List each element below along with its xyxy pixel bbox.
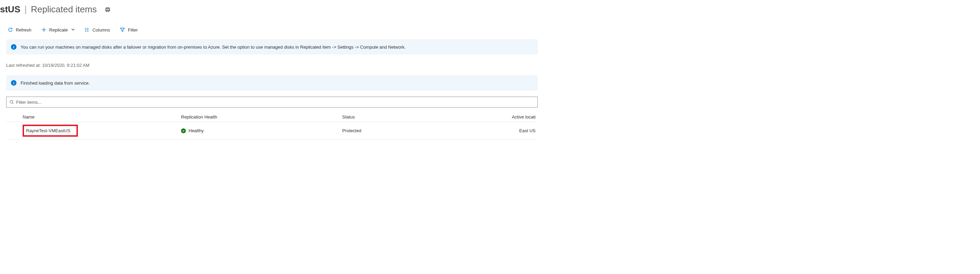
info-text-2: Finished loading data from service. bbox=[21, 81, 90, 86]
col-header-status[interactable]: Status bbox=[342, 114, 490, 120]
page-title: Replicated items bbox=[31, 4, 97, 15]
filter-button[interactable]: Filter bbox=[120, 27, 138, 33]
info-banner-managed-disks: i You can run your machines on managed d… bbox=[6, 40, 538, 54]
refresh-button[interactable]: Refresh bbox=[8, 27, 32, 33]
refresh-icon bbox=[8, 27, 13, 33]
col-header-health[interactable]: Replication Health bbox=[181, 114, 342, 120]
filter-input[interactable] bbox=[16, 100, 535, 105]
table-row[interactable]: RayneTest-VMEastUS Healthy Protected Eas… bbox=[6, 122, 538, 140]
filter-items-box[interactable] bbox=[6, 97, 538, 108]
table-header: Name Replication Health Status Active lo… bbox=[6, 108, 538, 122]
last-refreshed-text: Last refreshed at: 10/19/2020, 9:21:02 A… bbox=[0, 61, 980, 73]
chevron-down-icon bbox=[71, 28, 75, 32]
toolbar: Refresh Replicate Columns bbox=[0, 21, 980, 36]
columns-label: Columns bbox=[92, 27, 110, 33]
healthy-icon bbox=[181, 128, 186, 133]
info-icon: i bbox=[11, 80, 16, 86]
columns-button[interactable]: Columns bbox=[84, 27, 110, 33]
page-header: stUS | Replicated items bbox=[0, 0, 980, 21]
replicate-label: Replicate bbox=[49, 27, 68, 33]
col-header-location[interactable]: Active locati bbox=[490, 114, 538, 120]
replicate-button[interactable]: Replicate bbox=[41, 27, 75, 33]
plus-icon bbox=[41, 27, 47, 33]
info-text-1: You can run your machines on managed dis… bbox=[21, 44, 406, 50]
header-prefix: stUS bbox=[0, 4, 20, 15]
info-banner-loading: i Finished loading data from service. bbox=[6, 75, 538, 90]
info-icon: i bbox=[11, 44, 16, 50]
print-icon[interactable] bbox=[105, 7, 110, 12]
row-location: East US bbox=[490, 128, 538, 133]
svg-point-11 bbox=[10, 100, 13, 103]
row-health: Healthy bbox=[189, 128, 204, 133]
refresh-label: Refresh bbox=[16, 27, 32, 33]
col-header-name[interactable]: Name bbox=[6, 114, 181, 120]
filter-label: Filter bbox=[128, 27, 138, 33]
search-icon bbox=[9, 100, 14, 105]
header-separator: | bbox=[24, 4, 27, 15]
svg-line-12 bbox=[13, 103, 14, 104]
columns-icon bbox=[84, 27, 90, 33]
row-name[interactable]: RayneTest-VMEastUS bbox=[22, 125, 78, 137]
replicated-items-table: Name Replication Health Status Active lo… bbox=[6, 108, 538, 140]
filter-icon bbox=[120, 27, 125, 33]
row-status: Protected bbox=[342, 128, 490, 133]
